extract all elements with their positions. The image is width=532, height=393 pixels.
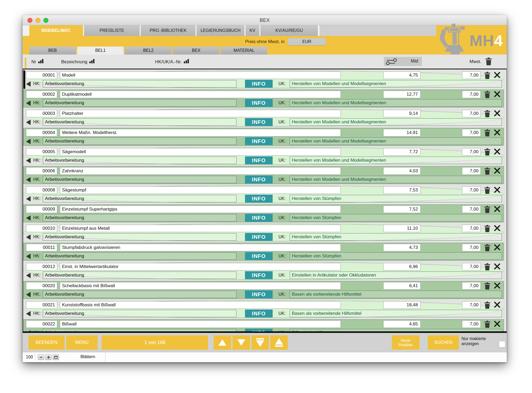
bezeichnung-field[interactable]: Weitere Maßn. Modellherst.: [60, 129, 341, 136]
info-button[interactable]: INFO: [245, 271, 273, 279]
bezeichnung-field[interactable]: Sägestumpf: [60, 186, 341, 194]
info-button[interactable]: INFO: [245, 233, 273, 241]
bezeichnung-field[interactable]: Zahnkranz: [60, 167, 341, 175]
preis-field[interactable]: 11,10: [383, 225, 421, 232]
last-record-button[interactable]: [251, 335, 269, 350]
nr-field[interactable]: 00005: [26, 148, 57, 156]
column-header-hk-uk[interactable]: HK/UK/A.-Nr.: [155, 59, 189, 65]
remove-row-icon[interactable]: [494, 225, 500, 232]
hk-field[interactable]: Arbeitsvorbereitung: [43, 214, 236, 221]
preis-field[interactable]: 9,14: [383, 110, 421, 117]
nr-field[interactable]: 00021: [26, 301, 57, 309]
record-arrow-icon[interactable]: [26, 273, 31, 278]
delete-row-icon[interactable]: [484, 206, 491, 214]
hk-field[interactable]: Arbeitsvorbereitung: [43, 310, 236, 317]
delete-row-icon[interactable]: [484, 186, 491, 195]
mwst-field[interactable]: 7,00: [462, 110, 481, 117]
record-arrow-icon[interactable]: [26, 292, 31, 297]
remove-row-icon[interactable]: [494, 168, 500, 175]
uk-field[interactable]: Herstellen von Modellen und Modellsegmen…: [290, 99, 502, 107]
remove-row-icon[interactable]: [494, 263, 500, 271]
mwst-field[interactable]: 7,00: [462, 320, 481, 328]
remove-row-icon[interactable]: [494, 321, 500, 328]
hk-field[interactable]: Arbeitsvorbereitung: [43, 176, 236, 183]
hk-field[interactable]: Arbeitsvorbereitung: [43, 195, 236, 202]
uk-field[interactable]: Herstellen von Modellen und Modellsegmen…: [290, 176, 502, 183]
hk-field[interactable]: Arbeitsvorbereitung: [43, 118, 236, 126]
bezeichnung-field[interactable]: Modell: [60, 72, 341, 79]
remove-row-icon[interactable]: [494, 110, 500, 118]
remove-row-icon[interactable]: [494, 282, 500, 290]
delete-row-icon[interactable]: [484, 320, 491, 329]
first-record-button[interactable]: [270, 335, 288, 350]
preis-field[interactable]: 7,52: [383, 206, 421, 213]
nr-field[interactable]: 00012: [26, 263, 57, 270]
preis-field[interactable]: 4,03: [383, 167, 421, 175]
uk-field[interactable]: Herstellen von Stümpfen: [290, 195, 502, 202]
sub-tab-beb[interactable]: BEB: [29, 47, 76, 55]
currency-button[interactable]: EUR: [288, 38, 326, 45]
hk-field[interactable]: Arbeitsvorbereitung: [43, 137, 236, 145]
record-arrow-icon[interactable]: [26, 158, 31, 163]
zoom-out-button[interactable]: [38, 354, 44, 360]
info-button[interactable]: INFO: [245, 195, 273, 203]
info-button[interactable]: INFO: [245, 118, 273, 126]
mwst-field[interactable]: 7,00: [462, 225, 481, 232]
uk-field[interactable]: Herstellen von Modellen und Modellsegmen…: [290, 118, 502, 126]
beenden-button[interactable]: BEENDEN: [28, 335, 65, 350]
mwst-field[interactable]: 7,00: [462, 72, 481, 79]
record-arrow-icon[interactable]: [26, 330, 31, 333]
remove-row-icon[interactable]: [494, 244, 500, 252]
main-tab-kv-au-re-gu[interactable]: KV/AU/RE/GU: [260, 25, 318, 36]
delete-row-icon[interactable]: [484, 167, 491, 176]
column-header-bezeichnung[interactable]: Bezeichnung: [61, 59, 95, 65]
record-arrow-icon[interactable]: [26, 235, 31, 240]
record-arrow-icon[interactable]: [26, 196, 31, 202]
hk-field[interactable]: Arbeitsvorbereitung: [43, 157, 236, 164]
hk-field[interactable]: Arbeitsvorbereitung: [43, 233, 236, 241]
delete-row-icon[interactable]: [484, 110, 491, 119]
neue-position-button[interactable]: NeuePosition: [392, 335, 419, 350]
bezeichnung-field[interactable]: Platzhalter: [60, 110, 341, 117]
bezeichnung-field[interactable]: Stumpfabdruck galvanisieren: [60, 244, 341, 251]
mwst-field[interactable]: 7,00: [462, 263, 481, 270]
mwst-field[interactable]: 7,00: [462, 167, 481, 175]
mwst-field[interactable]: 7,00: [462, 301, 481, 309]
preis-field[interactable]: 4,65: [383, 320, 421, 328]
hk-field[interactable]: Arbeitsvorbereitung: [43, 271, 236, 279]
info-button[interactable]: INFO: [245, 290, 273, 298]
main-tab-pro-bibliothek[interactable]: PRO.-BIBLIOTHEK: [141, 25, 196, 36]
column-header-nr[interactable]: Nr: [31, 59, 44, 65]
remove-row-icon[interactable]: [494, 129, 500, 137]
bezeichnung-field[interactable]: Bißwall: [60, 320, 341, 328]
record-arrow-icon[interactable]: [26, 311, 31, 316]
preis-field[interactable]: 7,72: [383, 148, 421, 156]
preis-field[interactable]: 6,96: [383, 263, 421, 270]
uk-field[interactable]: Herstellen von Stümpfen: [290, 233, 502, 241]
browse-mode-label[interactable]: Blättern: [72, 354, 104, 359]
nr-field[interactable]: 00001: [26, 72, 57, 79]
nr-field[interactable]: 00011: [26, 244, 57, 251]
hk-field[interactable]: Arbeitsvorbereitung: [43, 99, 236, 107]
remove-row-icon[interactable]: [494, 302, 500, 309]
preis-field[interactable]: 4,73: [383, 244, 421, 251]
uk-field[interactable]: Bißregistrierhilfen: [290, 329, 502, 333]
bezeichnung-field[interactable]: Einst. in Mittelwertartikulator: [60, 263, 341, 270]
info-button[interactable]: INFO: [245, 329, 273, 333]
remove-row-icon[interactable]: [494, 206, 500, 213]
main-tab-legierungsbuch[interactable]: LEGIERUNGSBUCH: [197, 25, 244, 36]
delete-row-icon[interactable]: [484, 282, 491, 291]
hk-field[interactable]: Arbeitsvorbereitung: [43, 329, 236, 333]
delete-row-icon[interactable]: [484, 225, 491, 233]
main-tab-preisliste[interactable]: PREISLISTE: [84, 25, 140, 36]
mid-filter-control[interactable]: Mid: [384, 57, 422, 66]
sub-tab-bex[interactable]: BEX: [173, 47, 219, 55]
nr-field[interactable]: 00008: [26, 186, 57, 194]
nr-field[interactable]: 00004: [26, 129, 57, 136]
info-button[interactable]: INFO: [245, 156, 273, 164]
nr-field[interactable]: 00010: [26, 225, 57, 232]
suchen-button[interactable]: SUCHEN: [428, 335, 459, 350]
nr-field[interactable]: 00002: [26, 91, 57, 98]
nr-field[interactable]: 00020: [26, 282, 57, 290]
delete-row-icon[interactable]: [484, 263, 491, 272]
